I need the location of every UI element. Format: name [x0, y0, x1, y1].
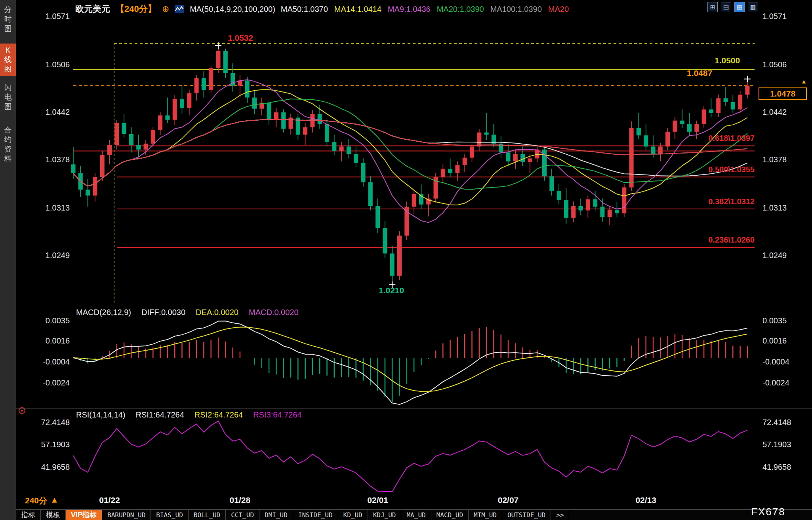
- macd-panel: [73, 321, 747, 404]
- macd-legend: MACD(26,12,9) DIFF:0.0030DEA:0.0020MACD:…: [76, 308, 299, 317]
- x-axis-label: 01/22: [99, 495, 120, 505]
- kline-mini-icon[interactable]: [175, 5, 184, 13]
- fib-level-label: 0.236\1.0260: [663, 235, 755, 245]
- price-axis-label: 1.0506: [24, 60, 70, 69]
- fib-level-label: 0.500\1.0355: [663, 165, 755, 174]
- toolbar-tab-indicators[interactable]: 指标: [16, 510, 41, 520]
- toolbar-tab-boll-ud[interactable]: BOLL_UD: [189, 510, 226, 520]
- toolbar-tab-mtm-ud[interactable]: MTM_UD: [469, 510, 502, 520]
- timeframe-label: 【240分】: [116, 3, 156, 15]
- ma-value-1: MA14:1.0414: [334, 5, 381, 14]
- price-axis-label: -0.0004: [762, 357, 810, 366]
- rsi-panel: [73, 421, 747, 492]
- price-axis-label: 41.9658: [762, 463, 810, 472]
- price-axis-label: 1.0313: [24, 203, 70, 213]
- price-axis-label: 57.1903: [24, 440, 70, 449]
- chart-canvas[interactable]: [0, 0, 812, 520]
- price-up-arrow-icon: ▲: [801, 78, 807, 85]
- price-axis-label: 0.0035: [24, 316, 70, 325]
- ma-value-5: MA20: [548, 5, 569, 14]
- toolbar-tab-kd-ud[interactable]: KD_UD: [338, 510, 368, 520]
- price-axis-label: 41.9658: [24, 463, 70, 472]
- rsi-record-icon: [19, 407, 25, 414]
- sidebar-item-kline-chart[interactable]: K线图: [0, 44, 16, 76]
- price-axis-label: 1.0249: [24, 251, 70, 260]
- fib-level-label: 0.618\1.0397: [663, 134, 755, 143]
- toolbar-tab-bias-ud[interactable]: BIAS_UD: [151, 510, 188, 520]
- toolbar-tab-outside-ud[interactable]: OUTSIDE_UD: [502, 510, 551, 520]
- footer-up-arrow-icon: ▲: [50, 495, 59, 506]
- ma-value-2: MA9:1.0436: [388, 5, 431, 14]
- panel-divider: [16, 493, 812, 493]
- main-chart-legend: 欧元美元 【240分】 ⊕ MA(50,14,9,20,100,200) MA5…: [75, 3, 569, 15]
- ma-value-4: MA100:1.0390: [490, 5, 542, 14]
- level-lines: [73, 44, 755, 304]
- price-axis-label: -0.0024: [762, 378, 810, 387]
- current-price-box: 1.0478: [759, 87, 807, 100]
- toolbar-tab-cci-ud[interactable]: CCI_UD: [226, 510, 259, 520]
- sidebar-item-time-chart[interactable]: 分时图: [0, 3, 16, 36]
- macd-value-2: MACD:0.0020: [249, 308, 299, 317]
- price-axis-label: 1.0506: [762, 60, 810, 69]
- rsi-value-1: RSI2:64.7264: [194, 410, 243, 419]
- price-axis-label: 1.0442: [762, 108, 810, 117]
- footer-timeframe-label: 240分: [25, 495, 47, 506]
- annotation-swing-low: 1.0210: [379, 286, 404, 295]
- price-axis-label: 72.4148: [24, 418, 70, 427]
- toolbar-tab-templates[interactable]: 模板: [41, 510, 66, 520]
- toolbar-tab-dmi-ud[interactable]: DMI_UD: [259, 510, 293, 520]
- ma-params-label: MA(50,14,9,20,100,200): [190, 5, 275, 14]
- footer-timeframe: 240分 ▲: [25, 495, 59, 506]
- x-axis-label: 02/13: [635, 495, 656, 505]
- current-price-value: 1.0478: [770, 89, 795, 99]
- price-axis-label: 72.4148: [762, 418, 810, 427]
- rsi-title: RSI(14,14,14): [76, 410, 126, 419]
- price-axis-label: 0.0035: [762, 316, 810, 325]
- add-indicator-icon[interactable]: ⊕: [162, 4, 169, 14]
- sidebar-item-lightning-chart[interactable]: 闪电图: [0, 81, 16, 114]
- price-axis-label: 0.0016: [762, 336, 810, 345]
- window-layout-icons: ⊞▤▦▥: [707, 2, 758, 12]
- annotation-peak-high: 1.0532: [228, 33, 253, 43]
- rsi-value-2: RSI3:64.7264: [253, 410, 301, 419]
- x-axis-label: 01/28: [230, 495, 251, 505]
- brand-watermark: FX678: [751, 506, 785, 518]
- toolbar-tab-barupdn-ud[interactable]: BARUPDN_UD: [102, 510, 151, 520]
- rsi-legend: RSI(14,14,14) RSI1:64.7264RSI2:64.7264RS…: [76, 410, 302, 419]
- toolbar-tab-vip-indicators[interactable]: VIP指标: [66, 510, 102, 520]
- symbol-name: 欧元美元: [75, 3, 110, 15]
- rsi-value-0: RSI1:64.7264: [136, 410, 184, 419]
- sidebar-item-contract-info[interactable]: 合约资料: [0, 123, 16, 165]
- x-axis-label: 02/01: [367, 495, 388, 505]
- macd-value-0: DIFF:0.0030: [141, 308, 185, 317]
- fib-level-label: 0.382\1.0312: [663, 197, 755, 206]
- toolbar-tab-inside-ud[interactable]: INSIDE_UD: [293, 510, 338, 520]
- price-axis-label: -0.0024: [24, 378, 70, 387]
- price-axis-label: 1.0571: [24, 12, 70, 21]
- toolbar-tab-macd-ud[interactable]: MACD_UD: [431, 510, 469, 520]
- grid-layout-icon[interactable]: ⊞: [707, 2, 718, 12]
- price-axis-label: 1.0313: [762, 203, 810, 213]
- panel-divider: [16, 408, 812, 409]
- price-axis-label: 1.0442: [24, 108, 70, 117]
- ma-value-0: MA50:1.0370: [281, 5, 328, 14]
- x-axis-label: 02/07: [498, 495, 519, 505]
- macd-value-1: DEA:0.0020: [196, 308, 238, 317]
- toolbar-tab-ma-ud[interactable]: MA_UD: [401, 510, 431, 520]
- bar-chart-window-icon[interactable]: ▦: [734, 2, 745, 12]
- ma-value-3: MA20:1.0390: [437, 5, 484, 14]
- annotation-round-level: 1.0500: [715, 56, 740, 65]
- bottom-toolbar: 指标模板VIP指标BARUPDN_UDBIAS_UDBOLL_UDCCI_UDD…: [16, 509, 812, 520]
- multi-panel-icon[interactable]: ▥: [748, 2, 758, 12]
- price-axis-label: 1.0249: [762, 251, 810, 260]
- price-axis-label: 57.1903: [762, 440, 810, 449]
- price-axis-label: 1.0571: [762, 12, 810, 21]
- toolbar-tab-more[interactable]: >>: [551, 510, 569, 520]
- toolbar-tab-kdj-ud[interactable]: KDJ_UD: [368, 510, 402, 520]
- price-axis-label: -0.0004: [24, 357, 70, 366]
- macd-title: MACD(26,12,9): [76, 308, 131, 317]
- kline-window-icon[interactable]: ▤: [721, 2, 731, 12]
- candlesticks: [71, 46, 750, 285]
- annotation-recent-high: 1.0487: [687, 68, 712, 78]
- left-sidebar: 分时图K线图闪电图合约资料: [0, 0, 16, 520]
